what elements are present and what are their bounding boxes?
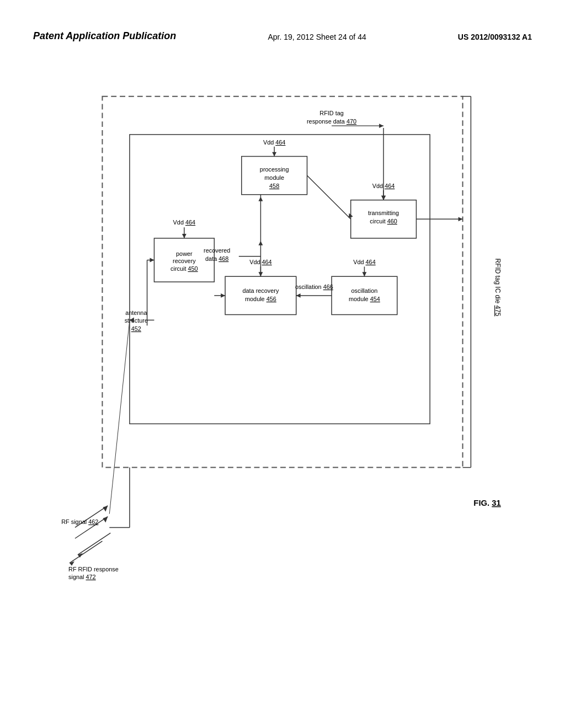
svg-text:antenna: antenna <box>125 309 147 316</box>
svg-text:RF signal 462: RF signal 462 <box>61 518 98 525</box>
svg-marker-73 <box>381 196 386 200</box>
svg-line-68 <box>307 175 351 219</box>
svg-text:data 468: data 468 <box>205 255 228 262</box>
svg-text:processing: processing <box>260 166 289 173</box>
svg-text:response data 470: response data 470 <box>307 118 356 125</box>
publication-number: US 2012/0093132 A1 <box>458 33 532 41</box>
publication-title: Patent Application Publication <box>33 30 176 42</box>
svg-text:circuit 460: circuit 460 <box>370 218 397 224</box>
diagram-area: power recovery circuit 450 data recovery… <box>33 80 532 604</box>
svg-text:module: module <box>264 174 284 181</box>
svg-line-47 <box>78 533 110 555</box>
svg-marker-75 <box>379 124 383 128</box>
svg-marker-39 <box>150 258 154 263</box>
svg-text:power: power <box>176 250 193 257</box>
svg-marker-21 <box>182 234 186 238</box>
svg-text:Vdd 464: Vdd 464 <box>353 259 376 265</box>
svg-marker-57 <box>258 241 263 245</box>
svg-text:module 454: module 454 <box>349 296 380 302</box>
svg-text:module 456: module 456 <box>245 296 276 302</box>
publication-date-sheet: Apr. 19, 2012 Sheet 24 of 44 <box>268 33 366 41</box>
page-header: Patent Application Publication Apr. 19, … <box>0 30 565 42</box>
svg-marker-77 <box>459 217 463 221</box>
svg-text:452: 452 <box>131 325 141 332</box>
svg-text:RFID tag IC die 475: RFID tag IC die 475 <box>494 259 502 317</box>
svg-marker-27 <box>272 152 276 157</box>
svg-text:structure: structure <box>125 317 148 324</box>
svg-marker-67 <box>258 197 263 201</box>
svg-text:signal 472: signal 472 <box>68 574 96 580</box>
svg-text:oscillation: oscillation <box>351 287 378 294</box>
svg-marker-64 <box>296 293 301 298</box>
svg-text:Vdd 464: Vdd 464 <box>173 219 196 226</box>
svg-text:transmitting: transmitting <box>368 210 399 216</box>
svg-marker-30 <box>362 272 366 276</box>
svg-text:RF RFID response: RF RFID response <box>68 566 119 572</box>
svg-text:circuit 450: circuit 450 <box>170 265 198 272</box>
svg-text:oscillation 466: oscillation 466 <box>295 283 333 290</box>
svg-text:RFID tag: RFID tag <box>319 110 344 116</box>
svg-text:recovered: recovered <box>204 247 230 254</box>
svg-text:data recovery: data recovery <box>242 287 279 294</box>
svg-text:FIG. 31: FIG. 31 <box>473 499 500 507</box>
svg-text:Vdd 464: Vdd 464 <box>263 139 286 146</box>
svg-line-49 <box>70 541 102 563</box>
svg-text:recovery: recovery <box>173 258 196 265</box>
svg-marker-62 <box>221 293 225 298</box>
svg-line-53 <box>109 320 130 513</box>
svg-text:458: 458 <box>269 183 279 189</box>
